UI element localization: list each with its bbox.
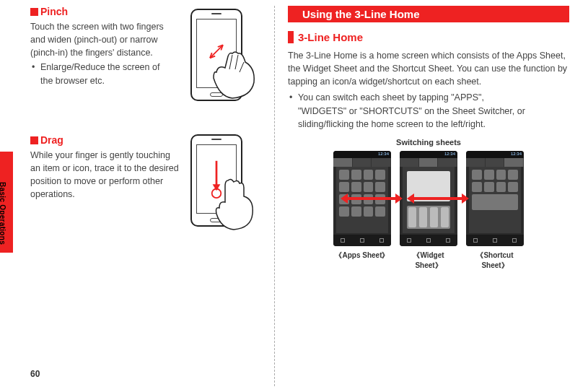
status-bar: 12:34 (333, 151, 391, 158)
pinch-title-text: Pinch (40, 6, 68, 17)
page: Pinch Touch the screen with two fingers … (0, 0, 588, 392)
sub-heading: 3-Line Home (288, 31, 569, 43)
phone-speaker (211, 139, 221, 140)
nav-bar (400, 235, 457, 246)
threeline-bullet: You can switch each sheet by tapping "AP… (288, 91, 533, 130)
apps-sheet-label: 《Apps Sheet》 (333, 251, 391, 271)
nav-bar (333, 235, 391, 246)
double-arrow-icon (407, 196, 469, 201)
phone-speaker (211, 13, 221, 14)
hand-icon (206, 176, 261, 237)
threeline-body: The 3-Line Home is a home screen which c… (288, 49, 569, 88)
sheet-switcher (333, 158, 391, 167)
square-icon (30, 8, 38, 16)
drag-body: While your finger is gently touching an … (30, 149, 182, 201)
bar-heading: Using the 3-Line Home (288, 6, 569, 22)
nav-bar (466, 235, 524, 246)
status-bar: 12:34 (466, 151, 524, 158)
page-number: 60 (30, 369, 40, 379)
hand-icon (203, 46, 261, 111)
pinch-section: Pinch Touch the screen with two fingers … (30, 6, 261, 114)
threeline-bullets: You can switch each sheet by tapping "AP… (288, 91, 569, 130)
sheet-switcher (400, 158, 457, 167)
double-arrow-icon (341, 196, 403, 201)
status-bar: 12:34 (400, 151, 457, 158)
right-column: Using the 3-Line Home 3-Line Home The 3-… (274, 6, 574, 386)
pinch-bullet: Enlarge/Reduce the screen of the browser… (30, 61, 175, 87)
square-icon (30, 136, 38, 144)
drag-illustration (182, 131, 254, 232)
drag-title-text: Drag (40, 134, 63, 146)
shortcut-grid (469, 167, 521, 233)
switching-caption: Switching sheets (288, 138, 569, 147)
drag-section: Drag While your finger is gently touchin… (30, 134, 261, 250)
sheet-labels: 《Apps Sheet》 《Widget Sheet》 《Shortcut Sh… (288, 251, 569, 271)
sheet-switcher (466, 158, 524, 167)
sheets-row: 12:34 12:34 (288, 151, 569, 246)
shortcut-sheet-label: 《Shortcut Sheet》 (466, 251, 524, 271)
shortcut-sheet-phone: 12:34 (466, 151, 524, 246)
pinch-body: Touch the screen with two fingers and wi… (30, 20, 178, 59)
left-column: Pinch Touch the screen with two fingers … (0, 6, 274, 386)
pinch-illustration (182, 6, 254, 107)
widget-sheet-label: 《Widget Sheet》 (400, 251, 457, 271)
